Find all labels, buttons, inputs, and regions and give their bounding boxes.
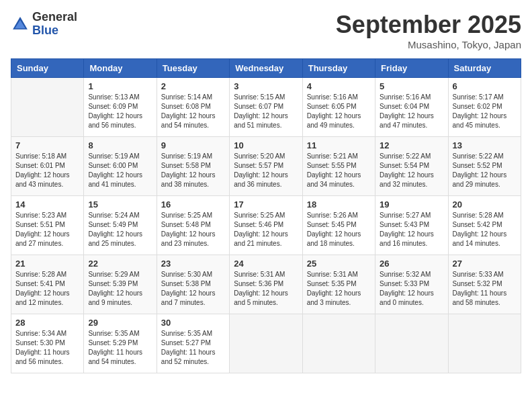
week-row-2: 7Sunrise: 5:18 AM Sunset: 6:01 PM Daylig… [11,137,521,196]
day-number: 25 [307,259,371,269]
calendar-cell: 17Sunrise: 5:25 AM Sunset: 5:46 PM Dayli… [230,196,302,255]
day-number: 4 [307,81,371,91]
day-number: 6 [453,81,517,91]
calendar-cell: 12Sunrise: 5:22 AM Sunset: 5:54 PM Dayli… [375,137,448,196]
calendar-cell: 6Sunrise: 5:17 AM Sunset: 6:02 PM Daylig… [448,78,521,137]
day-info: Sunrise: 5:24 AM Sunset: 5:49 PM Dayligh… [88,211,152,248]
day-number: 5 [380,81,443,91]
calendar-cell: 26Sunrise: 5:32 AM Sunset: 5:33 PM Dayli… [375,255,448,314]
logo-text: General Blue [32,11,77,38]
calendar-cell: 20Sunrise: 5:28 AM Sunset: 5:42 PM Dayli… [448,196,521,255]
calendar-table: SundayMondayTuesdayWednesdayThursdayFrid… [11,58,521,373]
calendar-cell [230,314,302,373]
calendar-cell: 29Sunrise: 5:35 AM Sunset: 5:29 PM Dayli… [84,314,157,373]
calendar-cell: 10Sunrise: 5:20 AM Sunset: 5:57 PM Dayli… [230,137,302,196]
day-number: 8 [88,140,152,150]
calendar-cell: 23Sunrise: 5:30 AM Sunset: 5:38 PM Dayli… [157,255,229,314]
day-info: Sunrise: 5:14 AM Sunset: 6:08 PM Dayligh… [161,93,225,130]
day-info: Sunrise: 5:29 AM Sunset: 5:39 PM Dayligh… [88,270,152,308]
day-info: Sunrise: 5:13 AM Sunset: 6:09 PM Dayligh… [88,93,152,130]
day-number: 29 [88,318,152,328]
weekday-header-saturday: Saturday [448,59,521,78]
day-info: Sunrise: 5:20 AM Sunset: 5:57 PM Dayligh… [234,152,298,189]
day-info: Sunrise: 5:19 AM Sunset: 5:58 PM Dayligh… [161,152,225,189]
day-number: 14 [15,199,79,210]
day-info: Sunrise: 5:16 AM Sunset: 6:05 PM Dayligh… [307,93,371,130]
day-number: 9 [161,140,225,150]
day-number: 19 [380,199,443,210]
calendar-cell: 25Sunrise: 5:31 AM Sunset: 5:35 PM Dayli… [302,255,375,314]
day-number: 18 [307,199,371,210]
calendar-cell: 5Sunrise: 5:16 AM Sunset: 6:04 PM Daylig… [375,78,448,137]
day-number: 13 [453,140,517,150]
day-info: Sunrise: 5:26 AM Sunset: 5:45 PM Dayligh… [307,211,371,248]
day-info: Sunrise: 5:27 AM Sunset: 5:43 PM Dayligh… [380,211,443,248]
logo: General Blue [11,11,77,38]
day-number: 24 [234,259,298,269]
day-info: Sunrise: 5:15 AM Sunset: 6:07 PM Dayligh… [234,93,298,130]
calendar-cell: 3Sunrise: 5:15 AM Sunset: 6:07 PM Daylig… [230,78,302,137]
day-number: 10 [234,140,298,150]
title-area: September 2025 Musashino, Tokyo, Japan [336,11,521,50]
day-number: 11 [307,140,371,150]
day-number: 12 [380,140,443,150]
day-info: Sunrise: 5:19 AM Sunset: 6:00 PM Dayligh… [88,152,152,189]
day-number: 17 [234,199,298,210]
day-info: Sunrise: 5:25 AM Sunset: 5:46 PM Dayligh… [234,211,298,248]
day-info: Sunrise: 5:28 AM Sunset: 5:42 PM Dayligh… [453,211,517,248]
day-info: Sunrise: 5:30 AM Sunset: 5:38 PM Dayligh… [161,270,225,308]
day-number: 27 [453,259,517,269]
calendar-cell: 2Sunrise: 5:14 AM Sunset: 6:08 PM Daylig… [157,78,229,137]
day-info: Sunrise: 5:31 AM Sunset: 5:36 PM Dayligh… [234,270,298,308]
day-info: Sunrise: 5:22 AM Sunset: 5:52 PM Dayligh… [453,152,517,189]
weekday-header-wednesday: Wednesday [230,59,302,78]
calendar-cell [375,314,448,373]
day-info: Sunrise: 5:22 AM Sunset: 5:54 PM Dayligh… [380,152,443,189]
month-title: September 2025 [336,11,521,39]
calendar-cell: 11Sunrise: 5:21 AM Sunset: 5:55 PM Dayli… [302,137,375,196]
day-info: Sunrise: 5:25 AM Sunset: 5:48 PM Dayligh… [161,211,225,248]
calendar-cell: 8Sunrise: 5:19 AM Sunset: 6:00 PM Daylig… [84,137,157,196]
day-number: 15 [88,199,152,210]
day-number: 30 [161,318,225,328]
calendar-cell: 4Sunrise: 5:16 AM Sunset: 6:05 PM Daylig… [302,78,375,137]
weekday-header-friday: Friday [375,59,448,78]
day-info: Sunrise: 5:35 AM Sunset: 5:29 PM Dayligh… [88,329,152,367]
weekday-header-sunday: Sunday [11,59,84,78]
day-number: 16 [161,199,225,210]
calendar-cell [302,314,375,373]
calendar-cell: 16Sunrise: 5:25 AM Sunset: 5:48 PM Dayli… [157,196,229,255]
day-info: Sunrise: 5:23 AM Sunset: 5:51 PM Dayligh… [15,211,79,248]
day-number: 2 [161,81,225,91]
day-info: Sunrise: 5:35 AM Sunset: 5:27 PM Dayligh… [161,329,225,367]
weekday-header-thursday: Thursday [302,59,375,78]
day-number: 23 [161,259,225,269]
day-info: Sunrise: 5:16 AM Sunset: 6:04 PM Dayligh… [380,93,443,130]
day-number: 7 [15,140,79,150]
day-info: Sunrise: 5:18 AM Sunset: 6:01 PM Dayligh… [15,152,79,189]
calendar-cell: 27Sunrise: 5:33 AM Sunset: 5:32 PM Dayli… [448,255,521,314]
logo-blue-text: Blue [32,24,77,38]
weekday-header-tuesday: Tuesday [157,59,229,78]
day-number: 3 [234,81,298,91]
day-info: Sunrise: 5:32 AM Sunset: 5:33 PM Dayligh… [380,270,443,308]
calendar-cell: 30Sunrise: 5:35 AM Sunset: 5:27 PM Dayli… [157,314,229,373]
logo-icon [11,15,30,34]
calendar-cell: 1Sunrise: 5:13 AM Sunset: 6:09 PM Daylig… [84,78,157,137]
calendar-cell: 9Sunrise: 5:19 AM Sunset: 5:58 PM Daylig… [157,137,229,196]
calendar-cell: 13Sunrise: 5:22 AM Sunset: 5:52 PM Dayli… [448,137,521,196]
logo-general-text: General [32,11,77,24]
calendar-cell: 24Sunrise: 5:31 AM Sunset: 5:36 PM Dayli… [230,255,302,314]
day-number: 20 [453,199,517,210]
calendar-cell [448,314,521,373]
week-row-4: 21Sunrise: 5:28 AM Sunset: 5:41 PM Dayli… [11,255,521,314]
calendar-cell [11,78,84,137]
header: General Blue September 2025 Musashino, T… [11,11,521,50]
day-number: 1 [88,81,152,91]
week-row-3: 14Sunrise: 5:23 AM Sunset: 5:51 PM Dayli… [11,196,521,255]
calendar-cell: 22Sunrise: 5:29 AM Sunset: 5:39 PM Dayli… [84,255,157,314]
day-info: Sunrise: 5:17 AM Sunset: 6:02 PM Dayligh… [453,93,517,130]
location-title: Musashino, Tokyo, Japan [336,39,521,50]
calendar-cell: 14Sunrise: 5:23 AM Sunset: 5:51 PM Dayli… [11,196,84,255]
day-info: Sunrise: 5:33 AM Sunset: 5:32 PM Dayligh… [453,270,517,308]
